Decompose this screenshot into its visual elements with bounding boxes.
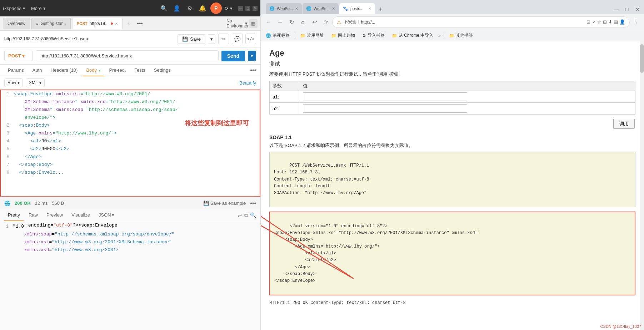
beautify-btn[interactable]: Beautify — [239, 80, 256, 86]
resp-tab-raw[interactable]: Raw — [25, 209, 41, 221]
bookmarks-bar: 🌐 杀死标签 📁 常用网址 📁 网上购物 ⚙ 导入书签 📁 从 Chrome 中… — [261, 30, 644, 41]
minimize-btn[interactable]: — — [238, 6, 243, 11]
bookmark-star[interactable]: ☆ — [321, 17, 331, 27]
bell-icon[interactable]: 🔔 — [198, 3, 208, 13]
resp-tab-pretty[interactable]: Pretty — [4, 209, 24, 221]
download-icon[interactable]: ⬇ — [608, 19, 612, 25]
resp-tab-visualize[interactable]: Visualize — [68, 209, 94, 221]
code-line-4: envelope/"> — [1, 114, 260, 122]
search-response-btn[interactable]: 🔍 — [250, 212, 256, 218]
home-btn[interactable]: ⌂ — [298, 17, 308, 27]
workspaces-menu[interactable]: rkspaces ▾ — [3, 6, 25, 11]
security-warning-icon: ⚠ — [337, 19, 341, 25]
browser-tab-1[interactable]: 🌐 WebSe... ✕ — [266, 3, 302, 14]
back-btn[interactable]: ← — [264, 17, 274, 27]
tab-overview[interactable]: Overview — [3, 18, 30, 29]
tab-active-request[interactable]: POST http://19... ✕ — [72, 18, 123, 29]
tab-settings[interactable]: Settings — [150, 65, 174, 76]
tab-tests[interactable]: Tests — [131, 65, 149, 76]
settings-icon[interactable]: ⚙ — [185, 3, 195, 13]
more-menu[interactable]: More ▾ — [28, 4, 49, 12]
param-a2-input[interactable] — [303, 104, 467, 113]
tab-body[interactable]: Body ● — [83, 65, 104, 76]
bookmark-shopping[interactable]: 📁 网上购物 — [329, 31, 357, 40]
tab-headers[interactable]: Headers (10) — [47, 65, 81, 76]
sidebar-toggle[interactable]: ▦ — [249, 19, 258, 28]
bookmark-common[interactable]: 📁 常用网址 — [298, 31, 326, 40]
invoke-button[interactable]: 调用 — [613, 119, 635, 129]
bookmark-import[interactable]: ⚙ 导入书签 — [360, 31, 387, 40]
send-dropdown-btn[interactable]: ▾ — [248, 51, 256, 61]
browser-tab-3[interactable]: 🐾 postr... ✕ — [339, 3, 375, 14]
format-label: JSON — [99, 212, 111, 218]
tab-auth[interactable]: Auth — [29, 65, 46, 76]
tab-close-btn[interactable]: ✕ — [115, 22, 118, 26]
close-btn-browser[interactable]: ✕ — [633, 4, 643, 14]
resp-format-select[interactable]: JSON ▾ — [95, 209, 118, 221]
save-button[interactable]: 💾 Save — [178, 34, 205, 44]
tab2-close[interactable]: ✕ — [332, 6, 335, 11]
bookmark-others[interactable]: 📁 其他书签 — [447, 31, 475, 40]
search-icon[interactable]: 🔍 — [159, 3, 169, 13]
bookmark-sep-1 — [295, 32, 295, 39]
method-select[interactable]: POST ▾ — [4, 51, 33, 61]
refresh-btn[interactable]: ↻ — [286, 17, 296, 27]
send-button[interactable]: Send — [221, 51, 245, 61]
tab3-close[interactable]: ✕ — [368, 6, 371, 11]
tab-params[interactable]: Params — [4, 65, 28, 76]
scrollbar-thumb[interactable] — [640, 44, 644, 73]
raw-btn[interactable]: Raw ▾ — [4, 78, 23, 87]
bookmark-kill-tab[interactable]: 🌐 杀死标签 — [264, 31, 292, 40]
menu-icon[interactable]: ⋮ — [631, 17, 641, 27]
code-icon-btn[interactable]: </> — [245, 34, 256, 44]
resp-line-4: xmlns:xsd="http://www.w3.org/2001/ — [0, 246, 260, 254]
share-icon[interactable]: ↗ — [592, 19, 596, 25]
response-code-panel[interactable]: 1 "1.0" encoding="utf-8"?><soap:Envelope… — [0, 221, 260, 330]
copy-response-btn[interactable]: ⧉ — [244, 212, 248, 218]
url-bar-actions: 💾 Save ▾ ✏ 💬 </> — [178, 34, 256, 44]
tab1-close[interactable]: ✕ — [295, 6, 298, 11]
request-tabs-more[interactable]: ••• — [250, 67, 256, 73]
others-label: 其他书签 — [456, 32, 473, 39]
edit-icon-btn[interactable]: ✏ — [218, 34, 229, 44]
status-bar: 🌐 200 OK 12 ms 560 B 💾 Save as example •… — [0, 197, 260, 209]
min-btn-browser[interactable]: — — [611, 4, 621, 14]
filter-btn[interactable]: ⇌ — [238, 212, 242, 219]
tab-add-btn-browser[interactable]: + — [376, 4, 386, 14]
code-editor[interactable]: 1 <soap:Envelope xmlns:xsi="http://www.w… — [0, 90, 260, 197]
env-caret[interactable]: ▾ — [245, 21, 248, 26]
xml-select[interactable]: XML ▾ — [26, 78, 45, 87]
screenshot-icon[interactable]: ⊡ — [586, 19, 590, 25]
code-line-10: 7 </soap:Body> — [1, 161, 260, 169]
crop-icon[interactable]: ⊞ — [603, 19, 607, 25]
url-bar[interactable]: ⚠ 不安全 | http://... ⊡ ↗ ☆ ⊞ ⬇ ▤ 👤 — [332, 16, 630, 28]
close-btn[interactable]: ✕ — [253, 6, 258, 11]
url-input[interactable] — [36, 50, 219, 61]
status-more-btn[interactable]: ••• — [250, 200, 256, 207]
param-a1-input[interactable] — [303, 92, 467, 101]
browser-scrollbar[interactable] — [640, 41, 644, 330]
undo-nav-btn[interactable]: ↩ — [309, 17, 319, 27]
save-example-btn[interactable]: 💾 Save as example — [203, 200, 246, 206]
save-dropdown-btn[interactable]: ▾ — [208, 34, 215, 44]
tab2-title: WebSe... — [314, 6, 330, 11]
invite-icon[interactable]: 👤 — [172, 3, 182, 13]
bookmarks-more[interactable]: » — [438, 33, 441, 38]
sidebar-icon[interactable]: ▤ — [614, 19, 618, 25]
bookmark-chrome-import[interactable]: 📁 从 Chrome 中导入 — [390, 31, 435, 40]
profile-icon[interactable]: 👤 — [619, 19, 625, 25]
forward-btn[interactable]: → — [275, 17, 285, 27]
bookmark-icon[interactable]: ☆ — [597, 19, 601, 25]
comment-icon-btn[interactable]: 💬 — [232, 34, 243, 44]
resp-tab-preview[interactable]: Preview — [43, 209, 66, 221]
tab-getting-started[interactable]: ≡ Getting star... — [31, 18, 71, 29]
tab-prereq[interactable]: Pre-req. — [106, 65, 130, 76]
maximize-btn[interactable]: □ — [245, 6, 250, 11]
sync-btn[interactable]: ⟳ ▾ — [225, 6, 233, 11]
max-btn-browser[interactable]: □ — [622, 4, 632, 14]
tab-more-btn[interactable]: ••• — [135, 19, 144, 28]
env-btn[interactable]: No Environment — [234, 19, 244, 29]
tab-add-btn[interactable]: + — [124, 19, 134, 29]
body-toolbar: Raw ▾ XML ▾ Beautify — [0, 76, 260, 90]
browser-tab-2[interactable]: 🌐 WebSe... ✕ — [303, 3, 339, 14]
